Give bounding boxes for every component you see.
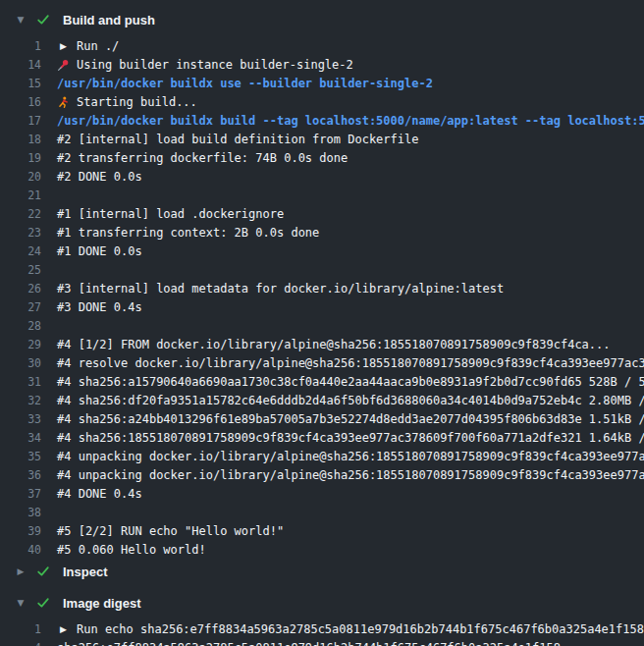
- line-number: 37: [0, 485, 41, 504]
- line-text: #4 [1/2] FROM docker.io/library/alpine@s…: [57, 336, 611, 354]
- line-number: 21: [0, 187, 41, 205]
- log-line[interactable]: 37 #4 DONE 0.4s: [0, 485, 644, 504]
- log-line[interactable]: 36 #4 unpacking docker.io/library/alpine…: [0, 466, 644, 485]
- play-icon[interactable]: ▶: [57, 620, 70, 639]
- line-text: #5 0.060 Hello world!: [57, 541, 206, 560]
- section-header[interactable]: ▶ Inspect: [0, 562, 644, 581]
- log-line[interactable]: 1 ▶ Run echo sha256:e7ff8834a5963a2785c5…: [0, 620, 644, 639]
- line-number: 40: [0, 541, 41, 560]
- log-line[interactable]: 32 #4 sha256:df20fa9351a15782c64e6dddb2d…: [0, 392, 644, 410]
- line-text: #4 unpacking docker.io/library/alpine@sh…: [57, 466, 644, 485]
- play-icon[interactable]: ▶: [57, 37, 70, 56]
- line-text: Run echo sha256:e7ff8834a5963a2785c5a081…: [77, 620, 644, 639]
- line-number: 28: [0, 317, 41, 336]
- log-line[interactable]: 21: [0, 187, 644, 205]
- section-header[interactable]: ▼ Image digest: [0, 593, 644, 613]
- chevron-down-icon[interactable]: ▼: [15, 15, 27, 25]
- log-line[interactable]: 18 #2 [internal] load build definition f…: [0, 131, 644, 149]
- log-line[interactable]: 35 #4 unpacking docker.io/library/alpine…: [0, 448, 644, 466]
- log-line[interactable]: 15 /usr/bin/docker buildx use --builder …: [0, 75, 644, 93]
- log-line[interactable]: 27 #3 DONE 0.4s: [0, 298, 644, 317]
- line-number: 23: [0, 224, 41, 242]
- line-text: #4 sha256:185518070891758909c9f839cf4ca3…: [57, 429, 644, 448]
- line-number: 14: [0, 56, 41, 75]
- check-icon: [36, 596, 50, 610]
- log-line[interactable]: 25: [0, 261, 644, 280]
- line-number: 27: [0, 298, 41, 317]
- line-number: 29: [0, 336, 41, 354]
- line-text: #4 sha256:a15790640a6690aa1730c38cf0a440…: [57, 373, 644, 392]
- line-number: 19: [0, 149, 41, 168]
- line-text: #3 [internal] load metadata for docker.i…: [57, 280, 504, 298]
- log-section-image-digest: ▼ Image digest 1 ▶ Run echo sha256:e7ff8…: [0, 593, 644, 646]
- log-line[interactable]: 16 Starting build...: [0, 93, 644, 112]
- line-text: #2 DONE 0.0s: [57, 168, 142, 187]
- line-text: #4 resolve docker.io/library/alpine@sha2…: [57, 354, 644, 373]
- chevron-down-icon[interactable]: ▼: [15, 598, 27, 608]
- chevron-right-icon[interactable]: ▶: [15, 566, 27, 576]
- log-line[interactable]: 26 #3 [internal] load metadata for docke…: [0, 280, 644, 298]
- line-text: #1 DONE 0.0s: [57, 242, 142, 261]
- line-number: 32: [0, 392, 41, 410]
- line-text: #2 transferring dockerfile: 74B 0.0s don…: [57, 149, 348, 168]
- check-icon: [36, 565, 50, 578]
- log-line[interactable]: 31 #4 sha256:a15790640a6690aa1730c38cf0a…: [0, 373, 644, 392]
- log-line[interactable]: 22 #1 [internal] load .dockerignore: [0, 205, 644, 224]
- check-icon: [36, 13, 50, 27]
- log-section-build-and-push: ▼ Build and push 1 ▶ Run ./ 14 Using bui…: [0, 10, 644, 560]
- section-title: Build and push: [63, 13, 155, 27]
- section-title: Image digest: [63, 596, 140, 611]
- line-number: 22: [0, 205, 41, 224]
- runner-icon: [57, 96, 70, 109]
- line-number: 34: [0, 429, 41, 448]
- pushpin-icon: [57, 59, 70, 72]
- actions-log-panel: ▼ Build and push 1 ▶ Run ./ 14 Using bui…: [0, 0, 644, 646]
- log-line[interactable]: 30 #4 resolve docker.io/library/alpine@s…: [0, 354, 644, 373]
- line-text: #5 [2/2] RUN echo "Hello world!": [57, 522, 284, 541]
- line-number: 31: [0, 373, 41, 392]
- log-line[interactable]: 34 #4 sha256:185518070891758909c9f839cf4…: [0, 429, 644, 448]
- line-number: 1: [0, 620, 41, 639]
- log-line[interactable]: 4 sha256:e7ff8834a5963a2785c5a0811e979d1…: [0, 639, 644, 646]
- line-number: 17: [0, 112, 41, 131]
- log-line[interactable]: 33 #4 sha256:a24bb4013296f61e89ba57005a7…: [0, 410, 644, 429]
- line-number: 1: [0, 37, 41, 56]
- line-text: #4 sha256:df20fa9351a15782c64e6dddb2d4a6…: [57, 392, 644, 410]
- section-lines: 1 ▶ Run ./ 14 Using builder instance bui…: [0, 37, 644, 560]
- line-number: 26: [0, 280, 41, 298]
- log-line[interactable]: 20 #2 DONE 0.0s: [0, 168, 644, 187]
- log-line[interactable]: 38: [0, 504, 644, 522]
- line-text: #2 [internal] load build definition from…: [57, 131, 418, 149]
- log-line[interactable]: 39 #5 [2/2] RUN echo "Hello world!": [0, 522, 644, 541]
- line-number: 18: [0, 131, 41, 149]
- line-number: 15: [0, 75, 41, 93]
- line-text: #1 transferring context: 2B 0.0s done: [57, 224, 319, 242]
- log-line[interactable]: 17 /usr/bin/docker buildx build --tag lo…: [0, 112, 644, 131]
- line-text: Using builder instance builder-single-2: [77, 56, 353, 75]
- line-text: #1 [internal] load .dockerignore: [57, 205, 284, 224]
- line-text: Run ./: [77, 37, 119, 56]
- line-number: 16: [0, 93, 41, 112]
- line-text: sha256:e7ff8834a5963a2785c5a0811e979d16b…: [57, 639, 561, 646]
- log-line[interactable]: 14 Using builder instance builder-single…: [0, 56, 644, 75]
- log-section-inspect: ▶ Inspect: [0, 562, 644, 581]
- line-number: 39: [0, 522, 41, 541]
- log-line[interactable]: 40 #5 0.060 Hello world!: [0, 541, 644, 560]
- line-number: 20: [0, 168, 41, 187]
- line-number: 30: [0, 354, 41, 373]
- log-line[interactable]: 1 ▶ Run ./: [0, 37, 644, 56]
- log-line[interactable]: 28: [0, 317, 644, 336]
- log-line[interactable]: 29 #4 [1/2] FROM docker.io/library/alpin…: [0, 336, 644, 354]
- line-text: /usr/bin/docker buildx build --tag local…: [57, 112, 644, 131]
- log-line[interactable]: 19 #2 transferring dockerfile: 74B 0.0s …: [0, 149, 644, 168]
- section-title: Inspect: [63, 565, 108, 579]
- log-line[interactable]: 24 #1 DONE 0.0s: [0, 242, 644, 261]
- log-line[interactable]: 23 #1 transferring context: 2B 0.0s done: [0, 224, 644, 242]
- line-text: Starting build...: [77, 93, 197, 112]
- section-header[interactable]: ▼ Build and push: [0, 10, 644, 29]
- line-number: 24: [0, 242, 41, 261]
- line-text: #4 sha256:a24bb4013296f61e89ba57005a7b3e…: [57, 410, 644, 429]
- line-number: 35: [0, 448, 41, 466]
- line-number: 36: [0, 466, 41, 485]
- line-number: 38: [0, 504, 41, 522]
